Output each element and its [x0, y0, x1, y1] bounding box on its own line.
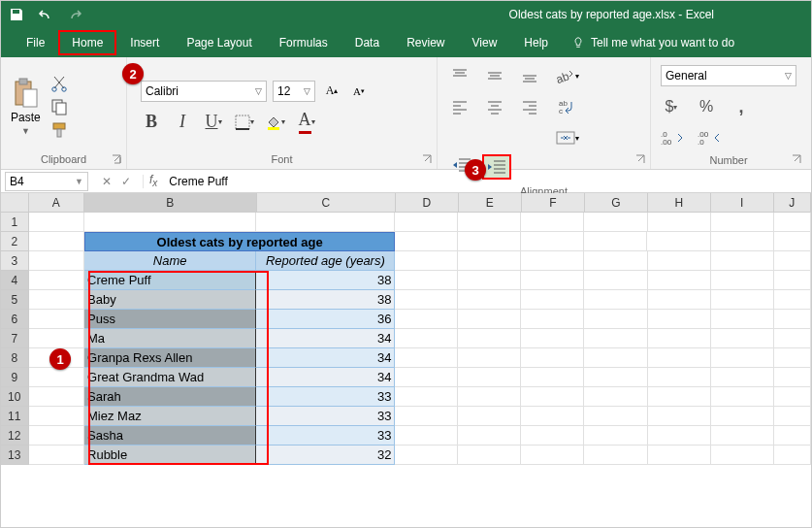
cell[interactable]: 33 [256, 407, 395, 426]
cell[interactable] [521, 251, 584, 271]
cell[interactable] [395, 290, 458, 310]
cell[interactable] [774, 368, 811, 387]
cell[interactable] [711, 426, 774, 446]
align-center-icon[interactable] [482, 96, 507, 117]
cell[interactable] [711, 310, 774, 329]
cell[interactable] [584, 213, 647, 232]
underline-button[interactable]: U▾ [203, 112, 224, 133]
select-all-corner[interactable] [1, 193, 29, 213]
cell[interactable] [29, 329, 84, 348]
cell[interactable]: Rubble [84, 446, 256, 465]
cell[interactable]: 36 [256, 310, 395, 329]
col-header[interactable]: G [585, 193, 648, 213]
cell[interactable] [29, 251, 84, 271]
cell[interactable] [774, 232, 811, 251]
cell[interactable]: 34 [256, 329, 395, 348]
cell[interactable] [521, 446, 584, 465]
col-header[interactable]: C [257, 193, 396, 213]
cell[interactable] [395, 329, 458, 348]
cell[interactable] [395, 426, 458, 446]
align-middle-icon[interactable] [482, 65, 507, 86]
cell[interactable] [711, 232, 774, 251]
cell[interactable] [395, 310, 458, 329]
cell[interactable] [648, 251, 711, 271]
cell[interactable] [584, 329, 647, 348]
cell[interactable]: Puss [84, 310, 256, 329]
cell[interactable] [458, 446, 521, 465]
cell[interactable] [395, 446, 458, 465]
cell[interactable] [521, 387, 584, 407]
cell[interactable] [648, 368, 711, 387]
save-icon[interactable] [9, 7, 24, 22]
cell[interactable] [29, 426, 84, 446]
row-header[interactable]: 9 [1, 368, 29, 387]
cell[interactable] [395, 213, 458, 232]
cell[interactable] [395, 368, 458, 387]
cancel-icon[interactable]: ✕ [102, 175, 112, 188]
redo-icon[interactable] [67, 7, 82, 22]
row-header[interactable]: 2 [1, 232, 29, 251]
menu-data[interactable]: Data [341, 30, 393, 55]
cell[interactable] [711, 290, 774, 310]
cell[interactable] [648, 271, 711, 290]
fill-color-icon[interactable]: ▾ [265, 112, 286, 133]
cell[interactable] [584, 387, 647, 407]
cell[interactable] [774, 290, 811, 310]
merge-center-icon[interactable]: ▾ [556, 127, 579, 148]
row-header[interactable]: 13 [1, 446, 29, 465]
col-header[interactable]: H [648, 193, 711, 213]
cell[interactable] [774, 426, 811, 446]
cell[interactable]: 33 [256, 387, 395, 407]
cell[interactable] [647, 232, 710, 251]
font-name-select[interactable]: Calibri▽ [141, 81, 267, 102]
cell[interactable] [29, 387, 84, 407]
enter-icon[interactable]: ✓ [121, 175, 131, 188]
cell[interactable] [584, 407, 647, 426]
col-header[interactable]: B [84, 193, 257, 213]
cell[interactable] [774, 407, 811, 426]
cell[interactable] [458, 368, 521, 387]
percent-format-icon[interactable]: % [696, 96, 717, 117]
launcher-icon[interactable] [791, 153, 802, 165]
row-header[interactable]: 5 [1, 290, 29, 310]
cell[interactable] [711, 348, 774, 368]
cell[interactable] [521, 407, 584, 426]
menu-formulas[interactable]: Formulas [266, 30, 341, 55]
menu-help[interactable]: Help [510, 30, 562, 55]
cell[interactable] [29, 368, 84, 387]
cell[interactable] [774, 213, 811, 232]
cell[interactable] [256, 213, 395, 232]
paste-icon[interactable] [12, 78, 39, 109]
row-header[interactable]: 1 [1, 213, 29, 232]
cell[interactable] [458, 232, 521, 251]
cell[interactable] [84, 213, 256, 232]
cell[interactable] [29, 407, 84, 426]
cell[interactable] [584, 232, 647, 251]
cell[interactable] [584, 446, 647, 465]
cell[interactable] [648, 348, 711, 368]
cell[interactable] [458, 348, 521, 368]
borders-icon[interactable]: ▾ [234, 112, 255, 133]
cell[interactable] [711, 251, 774, 271]
row-header[interactable]: 11 [1, 407, 29, 426]
name-box[interactable]: B4▼ [5, 172, 88, 191]
menu-page-layout[interactable]: Page Layout [173, 30, 265, 55]
cell[interactable] [521, 426, 584, 446]
cell[interactable] [521, 368, 584, 387]
cell[interactable]: 38 [256, 271, 395, 290]
cell[interactable]: Reported age (years) [256, 251, 395, 271]
align-top-icon[interactable] [447, 65, 472, 86]
cell[interactable]: Ma [84, 329, 256, 348]
launcher-icon[interactable] [421, 153, 433, 165]
cell[interactable]: Creme Puff [84, 271, 256, 290]
cell[interactable] [29, 290, 84, 310]
align-right-icon[interactable] [517, 96, 542, 117]
cell[interactable] [774, 348, 811, 368]
launcher-icon[interactable] [111, 153, 122, 165]
cell[interactable] [711, 329, 774, 348]
cell[interactable] [521, 329, 584, 348]
shrink-font-icon[interactable]: A▾ [348, 81, 370, 102]
cell[interactable] [521, 213, 584, 232]
row-header[interactable]: 3 [1, 251, 29, 271]
cell[interactable] [711, 387, 774, 407]
